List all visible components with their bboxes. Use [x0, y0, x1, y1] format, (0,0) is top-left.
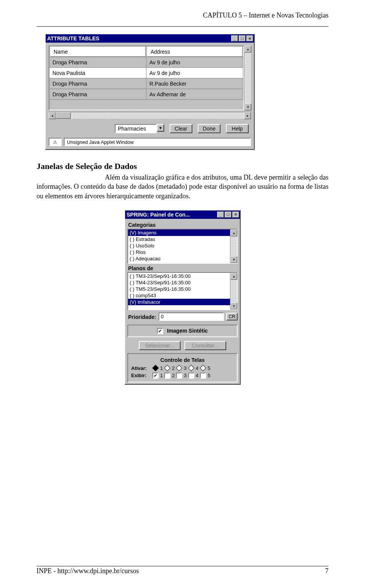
done-button[interactable]: Done: [198, 124, 221, 133]
page-footer: INPE - http://www.dpi.inpe.br/cursos 7: [36, 566, 328, 575]
cell: Av 9 de julho: [146, 68, 243, 78]
ativar-radio-1[interactable]: [152, 365, 159, 371]
scroll-down-icon[interactable]: ▾: [230, 303, 237, 309]
list-item[interactable]: (V) Imagens: [128, 229, 230, 236]
ativar-radio-2[interactable]: [164, 365, 171, 371]
planos-list[interactable]: ( ) TM3-23/Sep/91-16:35:00 ( ) TM4-23/Se…: [127, 272, 238, 310]
list-item[interactable]: ( ) Estradas: [128, 236, 230, 242]
categorias-scroll[interactable]: ▴ ▾: [230, 229, 237, 263]
cell: Av 9 de julho: [146, 57, 243, 67]
scroll-up-icon[interactable]: ▴: [244, 46, 251, 53]
controle-telas-group: Controle de Telas Ativar: 1 2 3 4 5 Exib…: [127, 353, 238, 382]
list-item[interactable]: ( ) TM3-23/Sep/91-16:35:00: [128, 273, 230, 279]
list-item[interactable]: ( ) TM4-23/Sep/91-16:35:00: [128, 279, 230, 286]
scroll-down-icon[interactable]: ▾: [244, 104, 251, 110]
article-body: Janelas de Seleção de Dados Além da visu…: [36, 161, 328, 201]
radio-label: 4: [196, 365, 198, 371]
ativar-radio-5[interactable]: [200, 365, 206, 371]
status-text: Unsigned Java Applet Window: [64, 138, 251, 146]
planos-label: Planos de: [127, 264, 238, 272]
footer-page-number: 7: [325, 567, 328, 575]
prioridade-label: Prioridade:: [127, 312, 156, 321]
clear-button[interactable]: Clear: [170, 124, 192, 133]
table-row[interactable]: Droga Pharma R.Paulo Becker: [49, 78, 243, 89]
close-icon[interactable]: ×: [232, 212, 239, 218]
cell: Av Adhemar de: [146, 89, 243, 99]
check-label: 1: [160, 373, 163, 378]
categorias-list[interactable]: (V) Imagens ( ) Estradas ( ) UsoSolo ( )…: [127, 229, 238, 264]
col-address[interactable]: Address: [147, 46, 243, 57]
scroll-thumb[interactable]: [56, 112, 71, 119]
imagem-sint-label: Imagem Sintétic: [167, 328, 208, 334]
cell: Nova Paulista: [49, 68, 146, 78]
section-paragraph: Além da visualização gráfica e dos atrib…: [36, 173, 328, 201]
attr-title: ATTRIBUTE TABLES: [47, 35, 99, 41]
exibir-check-4[interactable]: [188, 373, 194, 379]
table-row[interactable]: Nova Paulista Av 9 de julho: [49, 68, 243, 78]
maximize-icon[interactable]: □: [239, 35, 246, 41]
attr-hscroll[interactable]: ◂ ▸: [49, 112, 251, 119]
maximize-icon[interactable]: □: [225, 212, 232, 218]
layer-dropdown[interactable]: Pharmacies ▾: [115, 124, 164, 133]
exibir-check-3[interactable]: [176, 373, 182, 379]
prioridade-input[interactable]: 0: [159, 312, 224, 321]
exibir-check-5[interactable]: [200, 373, 206, 379]
ativar-radio-4[interactable]: [188, 365, 194, 371]
attr-titlebar[interactable]: ATTRIBUTE TABLES _ □ ×: [46, 34, 254, 43]
col-name[interactable]: Name: [50, 46, 146, 57]
exibir-label: Exibir:: [131, 373, 151, 378]
header-rule: [36, 26, 328, 27]
chevron-down-icon[interactable]: ▾: [157, 124, 164, 132]
attr-table: Name Address Droga Pharma Av 9 de julho …: [49, 46, 251, 110]
table-header-row: Name Address: [49, 46, 243, 57]
attr-vscroll[interactable]: ▴ ▾: [244, 46, 251, 110]
section-heading: Janelas de Seleção de Dados: [36, 161, 328, 171]
scroll-left-icon[interactable]: ◂: [49, 112, 56, 119]
cell: R.Paulo Becker: [146, 78, 243, 89]
table-row[interactable]: Droga Pharma Av 9 de julho: [49, 57, 243, 68]
exibir-check-2[interactable]: [164, 373, 170, 379]
check-label: 3: [184, 373, 186, 378]
scroll-up-icon[interactable]: ▴: [230, 229, 237, 236]
cell: Droga Pharma: [49, 89, 146, 99]
list-item[interactable]: ( ) Adequacao: [128, 255, 230, 262]
scroll-up-icon[interactable]: ▴: [230, 273, 237, 280]
controle-label: Controle de Telas: [131, 357, 234, 363]
spring-titlebar[interactable]: SPRING: Painel de Con... _ □ ×: [125, 210, 240, 219]
spring-title: SPRING: Painel de Con...: [127, 212, 190, 218]
imagem-sint-checkbox[interactable]: ✔: [157, 328, 163, 334]
dropdown-value: Pharmacies: [115, 124, 157, 133]
planos-scroll[interactable]: ▴ ▾: [230, 273, 237, 309]
radio-label: 5: [208, 365, 210, 371]
radio-label: 1: [160, 365, 163, 371]
chapter-header: CAPÍTULO 5 – Internet e Novas Tecnologia…: [36, 11, 328, 19]
check-label: 4: [196, 373, 198, 378]
minimize-icon[interactable]: _: [231, 35, 238, 41]
list-item[interactable]: (V) tmfalsacor: [128, 299, 230, 305]
close-icon[interactable]: ×: [246, 35, 253, 41]
help-button[interactable]: Help: [226, 124, 249, 133]
warning-icon: ⚠: [49, 138, 62, 146]
categorias-label: Categorias: [127, 220, 238, 229]
spring-window: SPRING: Painel de Con... _ □ × Categoria…: [124, 210, 241, 385]
list-item[interactable]: ( ) comp543: [128, 292, 230, 299]
list-item[interactable]: ( ) Rios: [128, 249, 230, 255]
table-row[interactable]: Droga Pharma Av Adhemar de: [49, 89, 243, 100]
exibir-check-1[interactable]: ✔: [152, 373, 159, 379]
check-label: 5: [208, 373, 210, 378]
scroll-right-icon[interactable]: ▸: [244, 112, 251, 119]
ativar-label: Ativar:: [131, 365, 151, 371]
scroll-down-icon[interactable]: ▾: [230, 256, 237, 263]
footer-left: INPE - http://www.dpi.inpe.br/cursos: [36, 567, 139, 575]
ativar-radio-3[interactable]: [176, 365, 182, 371]
selecionar-button[interactable]: Selecionar...: [139, 341, 181, 350]
cell: Droga Pharma: [49, 57, 146, 67]
attribute-tables-window: ATTRIBUTE TABLES _ □ × Name Address Drog…: [45, 33, 255, 150]
footer-rule: [36, 566, 328, 566]
consultar-button[interactable]: Consultar...: [184, 341, 226, 350]
radio-label: 3: [184, 365, 186, 371]
minimize-icon[interactable]: _: [217, 212, 224, 218]
list-item[interactable]: ( ) TM5-23/Sep/91-16:35:00: [128, 286, 230, 292]
cr-button[interactable]: CR: [226, 313, 238, 320]
list-item[interactable]: ( ) UsoSolo: [128, 242, 230, 249]
